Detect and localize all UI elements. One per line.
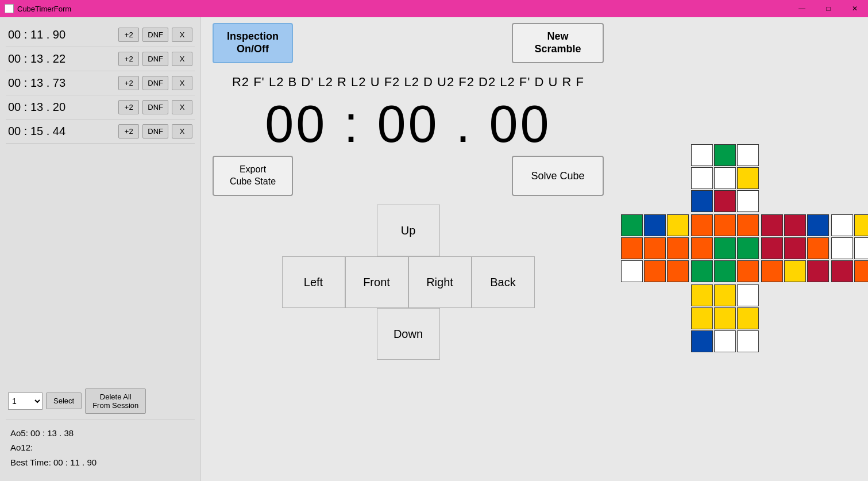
timer-display: 00 : 00 . 00	[213, 98, 604, 150]
solve-cube-button[interactable]: Solve Cube	[512, 156, 604, 196]
cube-cell	[691, 167, 713, 189]
cube-cell	[831, 237, 853, 259]
cube-cell	[714, 284, 736, 306]
delete-time-button[interactable]: X	[172, 52, 192, 66]
window-controls: — □ ✕	[789, 0, 868, 17]
cube-navigation: Up Left Front Right Back Down	[213, 205, 604, 360]
cube-cell	[737, 167, 759, 189]
cube-cell	[621, 237, 643, 259]
plus2-button[interactable]: +2	[118, 76, 139, 90]
cube-cell	[691, 214, 713, 236]
time-value: 00 : 13 . 22	[8, 52, 115, 66]
time-row: 00 : 13 . 22 +2 DNF X	[6, 47, 195, 71]
cube-cell	[784, 260, 806, 282]
cube-cell	[714, 144, 736, 166]
stats-box: Ao5: 00 : 13 . 38 Ao12: Best Time: 00 : …	[6, 420, 195, 476]
cube-cell	[737, 260, 759, 282]
inspection-button[interactable]: InspectionOn/Off	[213, 23, 293, 63]
left-panel: 00 : 11 . 90 +2 DNF X 00 : 13 . 22 +2 DN…	[0, 17, 201, 481]
dnf-button[interactable]: DNF	[142, 28, 168, 42]
time-value: 00 : 11 . 90	[8, 28, 115, 41]
dnf-button[interactable]: DNF	[142, 100, 168, 114]
down-button[interactable]: Down	[377, 308, 440, 360]
plus2-button[interactable]: +2	[118, 52, 139, 66]
cube-net	[621, 144, 862, 355]
cube-cell	[831, 260, 853, 282]
session-select[interactable]: 1	[8, 393, 43, 410]
delete-session-button[interactable]: Delete AllFrom Session	[85, 388, 146, 414]
cube-cell	[691, 330, 713, 352]
up-button[interactable]: Up	[377, 205, 440, 256]
cube-cell	[691, 260, 713, 282]
cube-cell	[737, 144, 759, 166]
cube-face-top	[691, 144, 759, 212]
cube-cell	[621, 260, 643, 282]
app-title: CubeTimerForm	[17, 5, 71, 13]
top-buttons: InspectionOn/Off NewScramble	[213, 23, 604, 63]
cube-cell	[644, 214, 666, 236]
cube-cell	[737, 190, 759, 212]
delete-time-button[interactable]: X	[172, 28, 192, 42]
cube-cell	[714, 330, 736, 352]
titlebar: CubeTimerForm — □ ✕	[0, 0, 868, 17]
export-cube-state-button[interactable]: ExportCube State	[213, 156, 293, 196]
cube-face-right	[761, 214, 829, 282]
cube-cell	[714, 167, 736, 189]
cube-face-left	[621, 214, 689, 282]
time-row: 00 : 15 . 44 +2 DNF X	[6, 120, 195, 144]
cube-cell	[807, 214, 829, 236]
cube-cell	[737, 284, 759, 306]
time-row: 00 : 13 . 73 +2 DNF X	[6, 71, 195, 95]
minimize-button[interactable]: —	[789, 0, 815, 17]
main-content: 00 : 11 . 90 +2 DNF X 00 : 13 . 22 +2 DN…	[0, 17, 868, 481]
middle-buttons: ExportCube State Solve Cube	[213, 156, 604, 196]
best-time-stat: Best Time: 00 : 11 . 90	[10, 455, 190, 470]
cube-cell	[854, 260, 868, 282]
left-button[interactable]: Left	[282, 256, 345, 308]
times-list: 00 : 11 . 90 +2 DNF X 00 : 13 . 22 +2 DN…	[6, 23, 195, 144]
right-panel	[615, 17, 868, 481]
cube-cell	[714, 237, 736, 259]
cube-cell	[714, 260, 736, 282]
cube-face-front	[691, 214, 759, 282]
nav-row-top: Up	[377, 205, 440, 256]
cube-cell	[737, 307, 759, 329]
delete-time-button[interactable]: X	[172, 100, 192, 114]
plus2-button[interactable]: +2	[118, 100, 139, 114]
cube-face-back	[831, 214, 868, 282]
cube-cell	[784, 214, 806, 236]
nav-row-middle: Left Front Right Back	[282, 256, 535, 308]
new-scramble-button[interactable]: NewScramble	[512, 23, 604, 63]
delete-time-button[interactable]: X	[172, 124, 192, 138]
cube-cell	[761, 260, 783, 282]
cube-cell	[807, 237, 829, 259]
cube-cell	[714, 307, 736, 329]
cube-cell	[737, 330, 759, 352]
cube-cell	[737, 237, 759, 259]
time-row: 00 : 13 . 20 +2 DNF X	[6, 95, 195, 120]
cube-cell	[854, 237, 868, 259]
select-button[interactable]: Select	[46, 393, 82, 409]
dnf-button[interactable]: DNF	[142, 124, 168, 138]
close-button[interactable]: ✕	[842, 0, 868, 17]
right-button[interactable]: Right	[408, 256, 472, 308]
scramble-text: R2 F' L2 B D' L2 R L2 U F2 L2 D U2 F2 D2…	[213, 75, 604, 90]
cube-cell	[831, 214, 853, 236]
dnf-button[interactable]: DNF	[142, 52, 168, 66]
cube-cell	[714, 190, 736, 212]
time-row: 00 : 11 . 90 +2 DNF X	[6, 23, 195, 47]
cube-cell	[807, 260, 829, 282]
maximize-button[interactable]: □	[815, 0, 842, 17]
cube-cell	[691, 307, 713, 329]
front-button[interactable]: Front	[345, 256, 408, 308]
dnf-button[interactable]: DNF	[142, 76, 168, 90]
back-button[interactable]: Back	[472, 256, 535, 308]
plus2-button[interactable]: +2	[118, 28, 139, 42]
cube-cell	[761, 214, 783, 236]
time-value: 00 : 13 . 73	[8, 76, 115, 90]
delete-time-button[interactable]: X	[172, 76, 192, 90]
nav-row-bottom: Down	[377, 308, 440, 360]
center-area: InspectionOn/Off NewScramble R2 F' L2 B …	[201, 17, 615, 481]
cube-cell	[691, 284, 713, 306]
plus2-button[interactable]: +2	[118, 124, 139, 138]
